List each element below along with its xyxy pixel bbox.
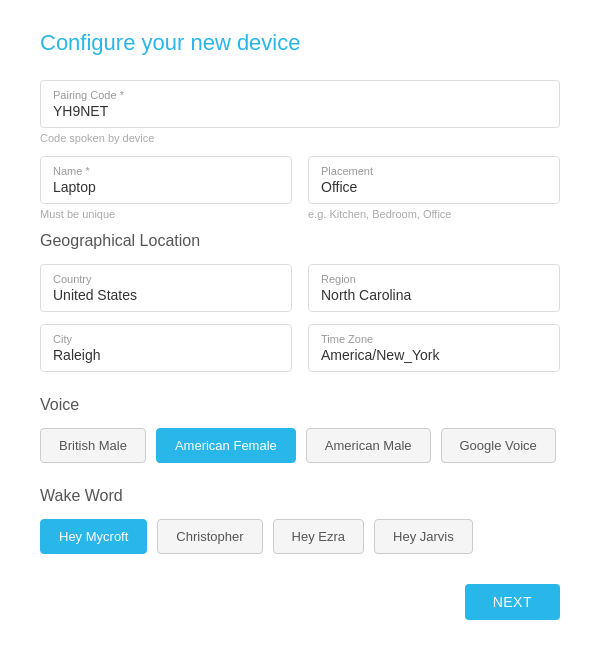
pairing-code-field: Pairing Code * xyxy=(40,80,560,128)
timezone-label: Time Zone xyxy=(321,333,547,345)
placement-field: Placement xyxy=(308,156,560,204)
voice-buttons: British MaleAmerican FemaleAmerican Male… xyxy=(40,428,560,463)
city-label: City xyxy=(53,333,279,345)
voice-btn-google-voice[interactable]: Google Voice xyxy=(441,428,556,463)
voice-title: Voice xyxy=(40,396,560,414)
next-button[interactable]: NEXT xyxy=(465,584,560,620)
wake-btn-hey-ezra[interactable]: Hey Ezra xyxy=(273,519,364,554)
footer: NEXT xyxy=(40,584,560,620)
voice-btn-american-female[interactable]: American Female xyxy=(156,428,296,463)
timezone-field: Time Zone xyxy=(308,324,560,372)
country-input[interactable] xyxy=(53,287,279,303)
region-input[interactable] xyxy=(321,287,547,303)
timezone-input[interactable] xyxy=(321,347,547,363)
pairing-code-input[interactable] xyxy=(53,103,547,119)
name-field: Name * xyxy=(40,156,292,204)
region-field: Region xyxy=(308,264,560,312)
wake-section: Wake Word Hey MycroftChristopherHey Ezra… xyxy=(40,487,560,554)
voice-btn-american-male[interactable]: American Male xyxy=(306,428,431,463)
wake-title: Wake Word xyxy=(40,487,560,505)
city-input[interactable] xyxy=(53,347,279,363)
voice-btn-british-male[interactable]: British Male xyxy=(40,428,146,463)
placement-hint: e.g. Kitchen, Bedroom, Office xyxy=(308,208,560,220)
pairing-code-label: Pairing Code * xyxy=(53,89,547,101)
page-title: Configure your new device xyxy=(40,30,560,56)
voice-section: Voice British MaleAmerican FemaleAmerica… xyxy=(40,396,560,463)
wake-btn-hey-jarvis[interactable]: Hey Jarvis xyxy=(374,519,473,554)
city-field: City xyxy=(40,324,292,372)
pairing-code-hint: Code spoken by device xyxy=(40,132,560,144)
wake-btn-hey-mycroft[interactable]: Hey Mycroft xyxy=(40,519,147,554)
name-hint: Must be unique xyxy=(40,208,292,220)
placement-label: Placement xyxy=(321,165,547,177)
country-label: Country xyxy=(53,273,279,285)
wake-btn-christopher[interactable]: Christopher xyxy=(157,519,262,554)
region-label: Region xyxy=(321,273,547,285)
country-field: Country xyxy=(40,264,292,312)
placement-input[interactable] xyxy=(321,179,547,195)
name-label: Name * xyxy=(53,165,279,177)
wake-buttons: Hey MycroftChristopherHey EzraHey Jarvis xyxy=(40,519,560,554)
geo-title: Geographical Location xyxy=(40,232,560,250)
name-input[interactable] xyxy=(53,179,279,195)
